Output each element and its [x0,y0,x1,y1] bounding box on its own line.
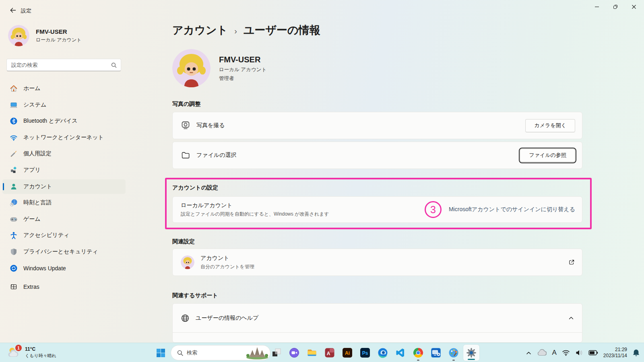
folder-icon [181,150,190,160]
window-controls [588,0,643,14]
home-icon [10,84,18,93]
ime-mode-indicator[interactable]: A [552,349,556,357]
taskbar: 1 11°C くもり時々晴れ 検索 A Ai Ps [0,343,644,362]
volume-icon[interactable] [575,349,583,356]
edge-icon[interactable] [378,348,388,358]
user-profile-block: FMV-USER ローカル アカウント 管理者 [172,49,266,87]
sidebar-item-home[interactable]: ホーム [2,81,126,96]
sidebar-item-label: システム [23,101,46,109]
help-row-label: ユーザーの情報のヘルプ [196,315,258,322]
accounts-icon [10,183,18,191]
clock[interactable]: 21:29 2023/11/14 [603,347,627,359]
file-explorer-icon[interactable] [307,348,317,358]
tray-date: 2023/11/14 [603,353,627,359]
manage-account-row[interactable]: アカウント 自分のアカウントを管理 [172,249,582,276]
sidebar-item-label: プライバシーとセキュリティ [23,248,98,255]
breadcrumb-separator: › [234,27,237,36]
back-arrow-icon [9,7,16,14]
overlap-squares-app-icon[interactable] [271,348,282,358]
related-account-title: アカウント [200,255,254,262]
help-card: ユーザーの情報のヘルプ [172,303,582,343]
start-button[interactable] [156,348,165,358]
help-card-divider [173,332,582,333]
account-section-title: アカウントの設定 [172,184,218,191]
profile-avatar [172,49,211,87]
open-camera-button[interactable]: カメラを開く [525,119,575,132]
sidebar-item-time-language[interactable]: 時刻と言語 [2,195,126,210]
sidebar-user-profile[interactable]: FMV-USER ローカル アカウント [8,25,82,46]
sidebar-item-gaming[interactable]: ゲーム [2,212,126,226]
weather-badge: 1 [15,345,22,351]
sidebar-item-privacy[interactable]: プライバシーとセキュリティ [2,245,126,259]
sidebar-item-label: Windows Update [23,265,66,272]
sidebar-nav: ホーム システム Bluetooth とデバイス ネットワークとインターネット … [2,81,126,294]
paint-app-icon[interactable] [448,348,459,358]
battery-icon[interactable] [588,350,598,356]
weather-condition: くもり時々晴れ [25,353,56,359]
taskbar-app-icons: A Ai Ps [271,343,477,362]
access-icon[interactable]: A [324,348,335,358]
sidebar-item-label: 個人用設定 [23,150,52,157]
breadcrumb-accounts[interactable]: アカウント [172,23,228,37]
step-3-badge: 3 [425,201,442,218]
settings-window: 設定 FMV-USER ローカル アカウント ホーム システム Bluetoot… [0,0,644,362]
svg-text:Ps: Ps [362,350,368,356]
minimize-button[interactable] [588,0,606,14]
sidebar-item-network[interactable]: ネットワークとインターネット [2,130,126,145]
windows-update-icon [10,264,18,272]
vscode-icon[interactable] [395,348,406,358]
photoshop-icon[interactable]: Ps [360,348,370,358]
support-section-title: 関連するサポート [172,292,218,299]
user-info-help-row[interactable]: ユーザーの情報のヘルプ [173,304,582,332]
sidebar-item-personalization[interactable]: 個人用設定 [2,146,126,161]
sidebar-user-type: ローカル アカウント [36,37,82,43]
weather-widget[interactable]: 1 11°C くもり時々晴れ [6,346,56,359]
sidebar-item-label: ネットワークとインターネット [23,134,104,141]
sidebar-item-accessibility[interactable]: アクセシビリティ [2,228,126,243]
notification-bell-icon[interactable] [632,349,640,357]
globe-icon [181,314,190,323]
system-icon [10,101,18,109]
settings-search[interactable] [6,59,121,71]
personalization-icon [10,150,18,158]
onedrive-cloud-icon[interactable] [537,349,547,356]
search-highlight-temple-image[interactable] [246,346,269,360]
sidebar-user-name: FMV-USER [36,28,82,35]
browse-files-button[interactable]: ファイルの参照 [520,149,575,162]
profile-role: 管理者 [219,75,266,82]
chrome-icon[interactable] [413,348,423,358]
search-icon [111,62,117,68]
gaming-icon [10,215,18,223]
sidebar-item-bluetooth[interactable]: Bluetooth とデバイス [2,114,126,128]
local-account-subtitle: 設定とファイルの同期を自動的にすると、Windows が改善されます [181,211,329,218]
page-title: ユーザーの情報 [244,23,320,37]
sidebar-item-extras[interactable]: Extras [2,280,126,294]
sidebar-item-system[interactable]: システム [2,98,126,112]
sidebar-item-windows-update[interactable]: Windows Update [2,261,126,276]
user-avatar [8,25,29,46]
weather-temperature: 11°C [25,346,56,352]
sidebar-item-accounts[interactable]: アカウント [2,179,126,194]
sidebar-item-label: ゲーム [23,216,41,223]
back-button[interactable] [6,4,19,16]
network-icon [10,134,18,142]
local-account-row[interactable]: ローカルアカウント 設定とファイルの同期を自動的にすると、Windows が改善… [172,196,582,223]
system-utility-icon[interactable] [431,348,441,358]
profile-name: FMV-USER [219,55,266,64]
camera-icon [181,121,190,130]
taskbar-search[interactable]: 検索 [171,345,270,360]
settings-app-icon[interactable] [463,345,479,361]
restore-button[interactable] [606,0,625,14]
tray-chevron-up-icon[interactable] [526,350,532,356]
video-call-app-icon[interactable] [289,348,299,358]
extras-icon [10,283,18,291]
related-account-subtitle: 自分のアカウントを管理 [200,263,254,270]
sidebar-item-apps[interactable]: アプリ [2,163,126,177]
illustrator-icon[interactable]: Ai [342,348,353,358]
wifi-icon[interactable] [562,350,570,356]
running-indicator-dot [452,360,455,361]
settings-search-input[interactable] [7,62,111,68]
switch-to-microsoft-account-link[interactable]: Microsoftアカウントでのサインインに切り替える [449,206,575,213]
close-button[interactable] [625,0,643,14]
svg-text:A: A [327,351,330,356]
